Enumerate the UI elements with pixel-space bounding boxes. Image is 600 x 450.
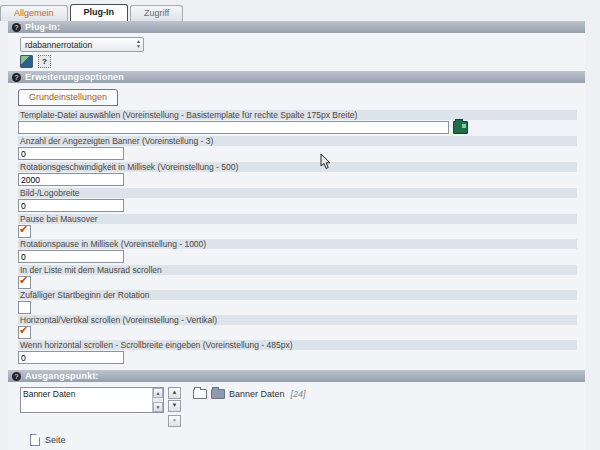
scroll-up-icon[interactable]: ▲ xyxy=(153,388,163,398)
page-type-row: Seite xyxy=(30,434,585,446)
field-label-rotation-pause: Rotationspause in Millisek (Voreinstellu… xyxy=(18,239,577,249)
checkbox-horizontal-vertical[interactable]: ✔ xyxy=(18,326,31,339)
extension-options-body: Grundeinstellungen Template-Datei auswäh… xyxy=(8,83,585,370)
input-banner-count[interactable] xyxy=(18,147,124,160)
tree-item-label[interactable]: Banner Daten xyxy=(229,389,285,399)
checkbox-mousewheel-scroll[interactable]: ✔ xyxy=(18,276,31,289)
tab-zugriff[interactable]: Zugriff xyxy=(130,5,183,21)
input-scroll-width[interactable] xyxy=(18,351,124,364)
section-header-extension-options: ? Erweiterungsoptionen xyxy=(8,71,585,83)
field-label-image-logo-width: Bild-/Logobreite xyxy=(18,188,577,198)
checkbox-random-start[interactable] xyxy=(18,301,31,314)
subtab-grundeinstellungen[interactable]: Grundeinstellungen xyxy=(18,89,118,106)
plugin-type-select-value: rdabannerrotation xyxy=(25,40,92,50)
page-icon xyxy=(30,434,40,446)
checkmark-icon: ✔ xyxy=(19,223,28,236)
field-label-pause-on-mouseover: Pause bei Mausover xyxy=(18,214,577,224)
field-image-logo-width: Bild-/Logobreite xyxy=(18,188,585,212)
field-template-file: Template-Datei auswählen (Voreinstellung… xyxy=(18,110,585,134)
field-label-horizontal-vertical: Horizontal/Vertikal scrollen (Voreinstel… xyxy=(18,315,577,325)
checkmark-icon: ✔ xyxy=(19,274,28,287)
csh-help-icon[interactable]: ? xyxy=(38,55,51,68)
listbox-controls: ▲ ▼ × xyxy=(168,387,181,427)
field-label-template-file: Template-Datei auswählen (Voreinstellung… xyxy=(18,110,577,120)
record-tree-entry: Banner Daten [24] xyxy=(193,387,306,399)
startpoint-body: Banner Daten ▲ ▼ ▲ ▼ × Banner Daten [24]… xyxy=(8,382,585,450)
browse-folder-icon[interactable] xyxy=(453,121,468,134)
listbox-items: Banner Daten xyxy=(21,388,152,412)
startpoint-listbox[interactable]: Banner Daten ▲ ▼ xyxy=(20,387,164,413)
field-banner-count: Anzahl der Angezeigten Banner (Voreinste… xyxy=(18,136,585,160)
field-label-rotation-speed: Rotationsgeschwindigkeit in Millisek (Vo… xyxy=(18,162,577,172)
listbox-scrollbar[interactable]: ▲ ▼ xyxy=(152,388,163,412)
page-type-label: Seite xyxy=(45,435,66,445)
tree-item-count: [24] xyxy=(291,389,306,399)
listbox-item[interactable]: Banner Daten xyxy=(23,389,150,399)
help-circle-icon: ? xyxy=(12,372,21,381)
section-header-plugin: ? Plug-In: xyxy=(8,21,585,33)
plugin-section-body: rdabannerrotation ▲▼ ? xyxy=(8,33,585,71)
select-stepper-icon: ▲▼ xyxy=(136,39,141,49)
input-template-file[interactable] xyxy=(18,121,449,134)
folder-filled-icon[interactable] xyxy=(211,389,225,399)
input-image-logo-width[interactable] xyxy=(18,199,124,212)
extension-icon xyxy=(20,55,33,68)
plugin-config-form: { "tabs": { "allgemein": "Allgemein", "p… xyxy=(0,0,600,450)
field-horizontal-vertical: Horizontal/Vertikal scrollen (Voreinstel… xyxy=(18,315,585,339)
field-label-random-start: Zufälliger Startbeginn der Rotation xyxy=(18,290,577,300)
field-rotation-pause: Rotationspause in Millisek (Voreinstellu… xyxy=(18,239,585,263)
checkbox-pause-on-mouseover[interactable]: ✔ xyxy=(18,225,31,238)
tab-bar: Allgemein Plug-In Zugriff xyxy=(0,0,600,21)
field-label-mousewheel-scroll: In der Liste mit dem Mausrad scrollen xyxy=(18,265,577,275)
folder-outline-icon[interactable] xyxy=(193,389,207,399)
tab-plugin[interactable]: Plug-In xyxy=(70,4,129,21)
section-title-plugin: Plug-In: xyxy=(25,22,60,32)
tab-allgemein[interactable]: Allgemein xyxy=(0,5,68,21)
input-rotation-pause[interactable] xyxy=(18,250,124,263)
section-title-startpoint: Ausgangspunkt: xyxy=(25,371,99,381)
field-mousewheel-scroll: In der Liste mit dem Mausrad scrollen✔ xyxy=(18,265,585,289)
plugin-type-select[interactable]: rdabannerrotation ▲▼ xyxy=(20,37,144,52)
fields-list: Template-Datei auswählen (Voreinstellung… xyxy=(18,110,585,364)
remove-item-button[interactable]: × xyxy=(168,415,181,427)
field-rotation-speed: Rotationsgeschwindigkeit in Millisek (Vo… xyxy=(18,162,585,186)
help-circle-icon: ? xyxy=(12,73,21,82)
checkmark-icon: ✔ xyxy=(19,324,28,337)
section-title-extension-options: Erweiterungsoptionen xyxy=(25,72,124,82)
move-down-button[interactable]: ▼ xyxy=(168,400,181,412)
scroll-down-icon[interactable]: ▼ xyxy=(153,402,163,412)
field-label-banner-count: Anzahl der Angezeigten Banner (Voreinste… xyxy=(18,136,577,146)
form-content: ? Plug-In: rdabannerrotation ▲▼ ? ? Erwe… xyxy=(8,21,585,450)
field-label-scroll-width: Wenn horizontal scrollen - Scrollbreite … xyxy=(18,340,577,350)
plugin-icons-row: ? xyxy=(20,55,585,68)
input-rotation-speed[interactable] xyxy=(18,173,124,186)
section-header-startpoint: ? Ausgangspunkt: xyxy=(8,370,585,382)
move-up-button[interactable]: ▲ xyxy=(168,387,181,399)
field-random-start: Zufälliger Startbeginn der Rotation xyxy=(18,290,585,314)
help-circle-icon: ? xyxy=(12,23,21,32)
field-pause-on-mouseover: Pause bei Mausover✔ xyxy=(18,214,585,238)
field-scroll-width: Wenn horizontal scrollen - Scrollbreite … xyxy=(18,340,585,364)
